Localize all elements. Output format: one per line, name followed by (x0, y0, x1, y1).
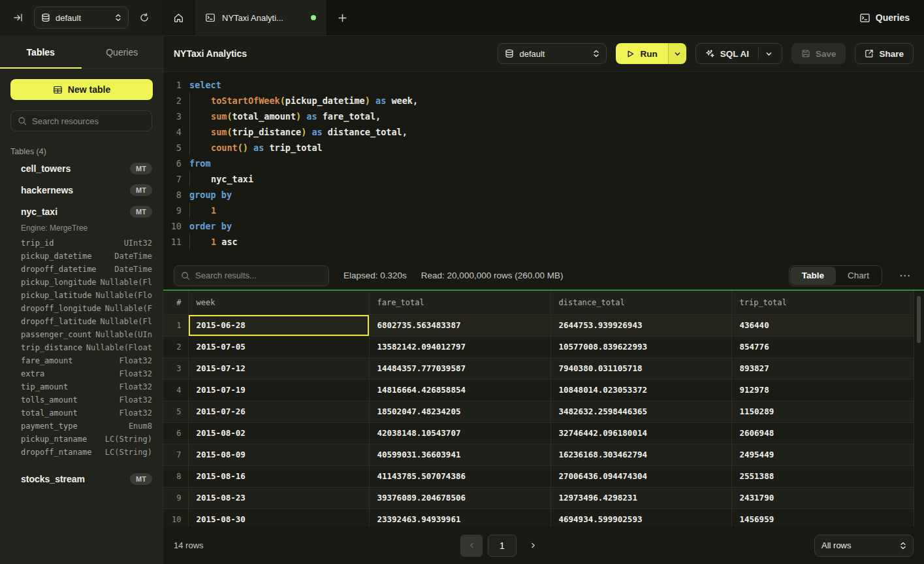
page-size-selector[interactable]: All rows (814, 535, 914, 557)
share-button[interactable]: Share (855, 43, 914, 64)
table-cell[interactable]: 912978 (731, 379, 914, 401)
schema-column[interactable]: trip_distanceNullable(Float (0, 341, 163, 354)
database-selector[interactable]: default (34, 7, 129, 29)
new-table-button[interactable]: New table (10, 79, 153, 100)
schema-column[interactable]: extraFloat32 (0, 367, 163, 380)
schema-column[interactable]: dropoff_datetimeDateTime (0, 263, 163, 276)
tab-nytaxi-analytics[interactable]: NYTaxi Analyti... (195, 0, 327, 35)
schema-column[interactable]: tip_amountFloat32 (0, 380, 163, 393)
schema-column[interactable]: pickup_ntanameLC(String) (0, 433, 163, 446)
sidebar-table-nyc-taxi[interactable]: nyc_taxi MT (0, 201, 163, 222)
schema-column[interactable]: dropoff_ntanameLC(String) (0, 446, 163, 459)
database-icon (41, 13, 50, 22)
more-options-button[interactable]: ⋯ (897, 269, 914, 282)
table-cell[interactable]: 10577008.839622993 (550, 336, 731, 357)
schema-column[interactable]: trip_idUInt32 (0, 237, 163, 250)
table-cell[interactable]: 4694934.599902593 (550, 508, 731, 527)
table-cell[interactable]: 2015-07-12 (188, 357, 369, 379)
table-cell[interactable]: 6802735.563483387 (369, 314, 550, 336)
schema-column[interactable]: passenger_countNullable(UIn (0, 328, 163, 341)
column-header-fare-total[interactable]: fare_total (369, 291, 550, 314)
sql-ai-button[interactable]: SQL AI (695, 43, 782, 64)
table-cell[interactable]: 2015-08-02 (188, 422, 369, 444)
table-cell[interactable]: 42038148.10543707 (369, 422, 550, 444)
sql-editor[interactable]: 1select2toStartOfWeek(pickup_datetime) a… (163, 72, 924, 261)
schema-column[interactable]: dropoff_latitudeNullable(Fl (0, 315, 163, 328)
resource-search-input[interactable] (32, 116, 145, 126)
table-cell[interactable]: 2015-08-23 (188, 487, 369, 508)
table-cell[interactable]: 3482632.2598446365 (550, 401, 731, 422)
table-cell[interactable]: 14816664.426858854 (369, 379, 550, 401)
schema-column[interactable]: pickup_longitudeNullable(Fl (0, 276, 163, 289)
table-cell[interactable]: 893827 (731, 357, 914, 379)
schema-column[interactable]: dropoff_longitudeNullable(F (0, 302, 163, 315)
table-cell[interactable]: 41143785.507074386 (369, 465, 550, 487)
column-name: trip_distance (21, 343, 86, 352)
sidebar-tab-tables[interactable]: Tables (0, 36, 82, 68)
collapse-sidebar-icon[interactable] (9, 8, 27, 27)
table-cell[interactable]: 2606948 (731, 422, 914, 444)
table-cell[interactable]: 18502047.48234205 (369, 401, 550, 422)
table-cell[interactable]: 10848014.023053372 (550, 379, 731, 401)
results-search-input[interactable] (195, 271, 322, 280)
column-header-distance-total[interactable]: distance_total (550, 291, 731, 314)
row-number: 2 (163, 336, 188, 357)
column-header-week[interactable]: week (188, 291, 369, 314)
table-cell[interactable]: 2495449 (731, 444, 914, 465)
query-database-selector[interactable]: default (498, 43, 607, 64)
schema-column[interactable]: total_amountFloat32 (0, 406, 163, 420)
page-number-input[interactable] (488, 535, 517, 557)
table-cell[interactable]: 27006436.094474304 (550, 465, 731, 487)
table-cell[interactable]: 2015-07-05 (188, 336, 369, 357)
table-cell[interactable]: 23392463.94939961 (369, 508, 550, 527)
table-cell[interactable]: 2015-07-26 (188, 401, 369, 422)
view-toggle-table[interactable]: Table (790, 267, 836, 285)
table-cell[interactable]: 2015-08-30 (188, 508, 369, 527)
table-cell[interactable]: 2015-08-09 (188, 444, 369, 465)
code-token: select (189, 80, 221, 90)
tab-title: NYTaxi Analyti... (222, 13, 304, 23)
table-cell[interactable]: 2551388 (731, 465, 914, 487)
table-cell[interactable]: 2015-07-19 (188, 379, 369, 401)
table-cell[interactable]: 1150289 (731, 401, 914, 422)
table-cell[interactable]: 32746442.096180014 (550, 422, 731, 444)
schema-column[interactable]: pickup_datetimeDateTime (0, 250, 163, 263)
column-header-trip-total[interactable]: trip_total (731, 291, 914, 314)
schema-column[interactable]: tolls_amountFloat32 (0, 393, 163, 406)
column-name: pickup_datetime (21, 252, 114, 261)
previous-page-button[interactable] (460, 535, 483, 557)
next-page-button[interactable] (522, 535, 544, 557)
table-cell[interactable]: 13582142.094012797 (369, 336, 550, 357)
table-cell[interactable]: 2015-08-16 (188, 465, 369, 487)
sidebar-tab-queries[interactable]: Queries (82, 36, 163, 68)
code-content: order by (189, 218, 232, 234)
table-cell[interactable]: 14484357.777039587 (369, 357, 550, 379)
run-options-button[interactable] (668, 43, 686, 64)
new-tab-button[interactable] (327, 0, 357, 35)
refresh-icon[interactable] (135, 8, 153, 27)
table-cell[interactable]: 854776 (731, 336, 914, 357)
sidebar-table-stocks-stream[interactable]: stocks_stream MT (0, 468, 163, 489)
schema-column[interactable]: payment_typeEnum8 (0, 420, 163, 433)
schema-column[interactable]: pickup_latitudeNullable(Flo (0, 289, 163, 302)
view-toggle-chart[interactable]: Chart (836, 267, 881, 285)
table-cell[interactable]: 12973496.4298231 (550, 487, 731, 508)
sidebar-table-hackernews[interactable]: hackernews MT (0, 179, 163, 201)
save-button[interactable]: Save (791, 43, 846, 64)
vertical-scrollbar[interactable] (917, 296, 921, 343)
share-icon (865, 49, 874, 58)
queries-menu[interactable]: Queries (845, 0, 924, 35)
table-cell[interactable]: 2644753.939926943 (550, 314, 731, 336)
table-cell[interactable]: 39376089.204678506 (369, 487, 550, 508)
table-cell[interactable]: 40599031.36603941 (369, 444, 550, 465)
home-tab[interactable] (163, 0, 195, 35)
table-cell[interactable]: 2431790 (731, 487, 914, 508)
schema-column[interactable]: fare_amountFloat32 (0, 354, 163, 367)
table-cell[interactable]: 16236168.303462794 (550, 444, 731, 465)
sidebar-table-cell-towers[interactable]: cell_towers MT (0, 158, 163, 179)
run-button[interactable]: Run (616, 43, 667, 64)
table-cell[interactable]: 2015-06-28 (188, 314, 369, 336)
table-cell[interactable]: 436440 (731, 314, 914, 336)
table-cell[interactable]: 7940380.031105718 (550, 357, 731, 379)
table-cell[interactable]: 1456959 (731, 508, 914, 527)
